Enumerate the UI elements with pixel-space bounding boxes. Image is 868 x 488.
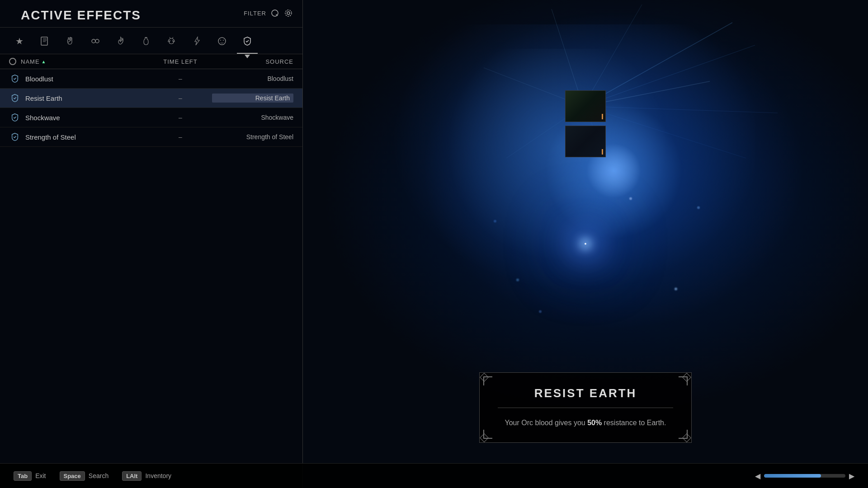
thumb-inner-2 xyxy=(566,126,605,157)
progress-track xyxy=(764,474,845,478)
progress-arrow-left[interactable]: ◀ xyxy=(755,472,760,480)
cat-bottle-icon[interactable] xyxy=(136,33,156,54)
cat-favorites-icon[interactable]: ★ xyxy=(9,33,30,54)
filter-bar: FILTER xyxy=(244,8,293,18)
key-tab[interactable]: Tab xyxy=(14,471,32,481)
effect-source-bloodlust: Bloodlust xyxy=(212,75,293,82)
svg-point-13 xyxy=(220,40,221,41)
cat-bird-icon[interactable] xyxy=(161,33,182,54)
panel-header: ACTIVE EFFECTS FILTER xyxy=(0,0,302,28)
svg-point-3 xyxy=(285,10,292,16)
svg-point-8 xyxy=(92,39,95,43)
filter-icon[interactable] xyxy=(270,8,280,18)
panel-title: ACTIVE EFFECTS xyxy=(21,8,141,22)
info-card-divider xyxy=(498,408,673,408)
key-lalt[interactable]: LAlt xyxy=(122,471,142,481)
main-container: ACTIVE EFFECTS FILTER xyxy=(0,0,868,488)
progress-arrow-right[interactable]: ▶ xyxy=(849,472,854,480)
effect-source-resist-earth: Resist Earth xyxy=(212,94,293,103)
effect-row-shockwave[interactable]: Shockwave – Shockwave xyxy=(0,108,302,127)
effect-name-bloodlust: Bloodlust xyxy=(25,75,149,83)
info-highlight-value: 50% xyxy=(587,419,602,427)
cat-face-icon[interactable] xyxy=(212,33,232,54)
effect-time-bloodlust: – xyxy=(149,75,212,82)
effect-time-shockwave: – xyxy=(149,114,212,121)
cat-lightning-icon[interactable] xyxy=(186,33,207,54)
label-exit: Exit xyxy=(35,472,46,479)
effect-row-bloodlust[interactable]: Bloodlust – Bloodlust xyxy=(0,69,302,89)
svg-point-12 xyxy=(218,38,226,45)
effect-time-strength-of-steel: – xyxy=(149,133,212,141)
cat-fire-icon[interactable] xyxy=(110,33,131,54)
thumbnail-1[interactable] xyxy=(565,90,606,122)
progress-fill xyxy=(764,474,821,478)
shortcut-space: Space Search xyxy=(60,471,109,481)
info-description-suffix: resistance to Earth. xyxy=(602,419,666,427)
shortcut-lalt: LAlt Inventory xyxy=(122,471,171,481)
label-search: Search xyxy=(89,472,108,479)
svg-point-14 xyxy=(223,40,224,41)
left-panel: ACTIVE EFFECTS FILTER xyxy=(0,0,303,488)
svg-rect-4 xyxy=(41,37,47,45)
category-tabs: ★ xyxy=(0,28,302,54)
info-card-description: Your Orc blood gives you 50% resistance … xyxy=(498,417,673,429)
effect-icon-shockwave xyxy=(9,112,21,123)
filter-label: FILTER xyxy=(244,10,266,17)
info-description-prefix: Your Orc blood gives you xyxy=(505,419,588,427)
col-name-header[interactable]: NAME ▲ xyxy=(21,58,149,65)
right-panel: RESIST EARTH Your Orc blood gives you 50… xyxy=(303,0,868,488)
effect-row-resist-earth[interactable]: Resist Earth – Resist Earth xyxy=(0,89,302,108)
bottom-bar: Tab Exit Space Search LAlt Inventory ◀ ▶ xyxy=(0,463,868,488)
effect-name-strength-of-steel: Strength of Steel xyxy=(25,133,149,141)
effect-source-shockwave: Shockwave xyxy=(212,114,293,121)
thumbnail-2[interactable] xyxy=(565,126,606,157)
effect-icon-resist-earth xyxy=(9,92,21,104)
gear-icon[interactable] xyxy=(283,8,293,18)
effect-name-resist-earth: Resist Earth xyxy=(25,94,149,102)
effect-icon-strength-of-steel xyxy=(9,131,21,143)
effect-time-resist-earth: – xyxy=(149,94,212,102)
active-category-arrow xyxy=(245,55,250,58)
sort-arrow-icon: ▲ xyxy=(42,59,47,64)
cat-shackles-icon[interactable] xyxy=(85,33,106,54)
col-time-header: TIME LEFT xyxy=(149,58,212,65)
cat-hands-icon[interactable] xyxy=(60,33,80,54)
cat-shield-icon[interactable] xyxy=(237,33,258,54)
effects-list: Bloodlust – Bloodlust Resist Earth – Res… xyxy=(0,69,302,488)
effect-icon-bloodlust xyxy=(9,73,21,84)
column-headers: NAME ▲ TIME LEFT SOURCE xyxy=(0,54,302,69)
col-source-header: SOURCE xyxy=(212,58,293,65)
sort-indicator xyxy=(9,58,16,65)
shortcut-tab: Tab Exit xyxy=(14,471,46,481)
effect-source-strength-of-steel: Strength of Steel xyxy=(212,133,293,141)
info-card: RESIST EARTH Your Orc blood gives you 50… xyxy=(479,372,692,443)
key-space[interactable]: Space xyxy=(60,471,85,481)
thumbnails-container xyxy=(565,90,606,157)
info-card-title: RESIST EARTH xyxy=(498,386,673,400)
effect-name-shockwave: Shockwave xyxy=(25,114,149,122)
label-inventory: Inventory xyxy=(145,472,171,479)
thumb-inner-1 xyxy=(566,91,605,122)
cat-books-icon[interactable] xyxy=(34,33,55,54)
effect-row-strength-of-steel[interactable]: Strength of Steel – Strength of Steel xyxy=(0,127,302,147)
progress-bar-area: ◀ ▶ xyxy=(755,472,854,480)
svg-point-2 xyxy=(287,12,290,14)
svg-point-9 xyxy=(95,39,99,43)
